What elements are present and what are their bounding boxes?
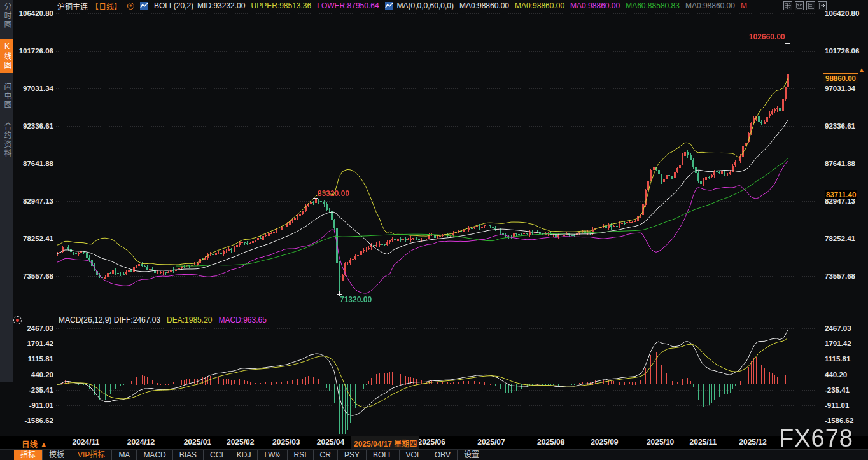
time-tick-2025/07: 2025/07 [477,438,505,447]
axis-label: 440.20 [13,370,53,379]
time-tick-2025/12: 2025/12 [739,438,766,447]
macd-dea-value: DEA:1985.20 [167,316,212,324]
axis-label: 1115.81 [13,354,53,363]
left-sidebar: 分时图K线图闪电图合约资料 [0,0,13,382]
axis-label: 1791.42 [825,339,851,348]
m-indicator: M [741,1,747,10]
axis-label: 87641.88 [13,159,53,168]
period-selector[interactable]: 日线 ▲ [22,438,48,450]
time-tick-2025/02: 2025/02 [227,438,254,447]
toolbar-tab-LW&[interactable]: LW& [258,450,287,460]
swing-low-label: 71320.00 [340,295,372,304]
sidebar-tab-闪电图[interactable]: 闪电图 [0,80,13,112]
time-tick-2025/10: 2025/10 [647,438,674,447]
ma0-value-1: MA0:98860.00 [459,1,509,10]
time-tick-2025/08: 2025/08 [537,438,564,447]
ma-group-label: MA(0,0,0,60,0,0) [397,1,454,10]
fit-horizontal-axis-icon[interactable] [806,1,815,10]
settlement-price-tag: 83711.40 [825,190,857,199]
axis-label: 2467.03 [13,324,53,333]
axis-label: 78252.41 [13,234,53,243]
ma60-value: MA60:88580.83 [626,1,680,10]
toolbar-tab-OBV[interactable]: OBV [428,450,458,460]
fx678-watermark: FX678 [779,425,853,452]
time-tick-2024/12: 2024/12 [127,438,155,447]
axis-label: 87641.88 [825,159,855,168]
axis-label: -235.41 [825,386,850,394]
axis-label: 1791.42 [13,339,53,348]
axis-label: 92336.61 [13,122,53,130]
boll-label: BOLL(20,2) [154,1,193,10]
axis-label: 101726.06 [13,46,53,55]
ma-indicator-icon[interactable] [385,2,393,10]
axis-label: 82947.13 [13,197,53,206]
axis-label: 78252.41 [825,234,855,243]
link-plus-icon[interactable]: + [127,3,134,10]
time-axis-row: 日线 ▲ 2025/04/17 星期四 2024/112024/122025/0… [0,436,868,449]
time-tick-2025/11: 2025/11 [690,438,717,447]
period-badge[interactable]: 【日线】 [91,1,122,11]
sidebar-tab-合约资料[interactable]: 合约资料 [0,120,13,160]
toolbar-tab-CCI[interactable]: CCI [204,450,230,460]
last-price-tag: 98860.00 [823,73,858,83]
price-up-arrow-icon: ▲ [858,66,865,73]
shift-right-icon[interactable] [818,1,827,10]
fit-vertical-axis-icon[interactable] [795,1,804,10]
toolbar-tab-VIP指标[interactable]: VIP指标 [71,450,112,460]
macd-indicator-chart[interactable] [56,324,821,434]
axis-label: 73557.68 [13,272,53,281]
ma0-value-2: MA0:98860.00 [515,1,564,10]
toolbar-tab-KDJ[interactable]: KDJ [230,450,258,460]
time-tick-2025/04: 2025/04 [317,438,344,447]
indicator-toolbar: 指标模板VIP指标MAMACDBIASCCIKDJLW&RSICRPSYBOLL… [0,449,868,460]
toolbar-tab-CR[interactable]: CR [314,450,338,460]
time-tick-2025/03: 2025/03 [272,438,300,447]
toolbar-tab-BIAS[interactable]: BIAS [173,450,204,460]
macd-marker-icon[interactable] [13,316,22,324]
boll-indicator-icon[interactable] [140,2,148,10]
axis-label: -1586.62 [13,416,53,425]
toolbar-tab-MACD[interactable]: MACD [137,450,172,460]
main-price-chart[interactable] [56,11,821,313]
axis-label: -911.01 [13,401,53,410]
toolbar-tab-MA[interactable]: MA [112,450,137,460]
axis-label: 106420.80 [825,9,859,18]
toolbar-tab-设置[interactable]: 设置 [458,450,486,460]
axis-label: 92336.61 [825,122,855,130]
axis-label: 2467.03 [825,324,851,333]
axis-label: 440.20 [825,370,847,379]
axis-label: -1586.62 [825,416,853,425]
macd-name-diff: MACD(26,12,9) DIFF:2467.03 [59,316,160,324]
axis-label: 101726.06 [825,46,859,55]
time-tick-2025/06: 2025/06 [417,438,445,447]
ma0-value-3: MA0:98860.00 [570,1,620,10]
axis-label: 1115.81 [825,354,850,363]
crosshair-date-tag: 2025/04/17 星期四 [351,436,419,450]
axis-label: 73557.68 [825,272,855,281]
session-high-label: 102660.00 [749,32,785,41]
toolbar-tab-RSI[interactable]: RSI [288,450,314,460]
boll-lower-value: LOWER:87950.64 [317,1,379,10]
boll-mid-value: MID:93232.00 [197,1,245,10]
toolbar-tab-PSY[interactable]: PSY [338,450,367,460]
boll-upper-value: UPPER:98513.36 [251,1,311,10]
time-tick-2025/01: 2025/01 [184,438,211,447]
axis-label: 97031.34 [13,84,53,93]
pan-crosshair-icon[interactable] [783,1,792,10]
macd-macd-value: MACD:963.65 [218,316,266,324]
toolbar-tab-指标[interactable]: 指标 [14,450,43,460]
toolbar-tab-BOLL[interactable]: BOLL [367,450,400,460]
sidebar-tab-K线图[interactable]: K线图 [0,39,13,73]
time-tick-2024/11: 2024/11 [73,438,100,447]
indicator-legend-bar: 沪铜主连 【日线】 + BOLL(20,2) MID:93232.00 UPPE… [57,0,747,11]
swing-high-label: 83320.00 [318,189,349,198]
chart-tool-buttons [783,1,827,10]
axis-label: -235.41 [13,386,53,394]
macd-legend-bar: MACD(26,12,9) DIFF:2467.03 DEA:1985.20 M… [59,316,267,324]
toolbar-tab-模板[interactable]: 模板 [43,450,71,460]
axis-label: 97031.34 [825,84,855,93]
kline-chart-window: 分时图K线图闪电图合约资料 沪铜主连 【日线】 + BOLL(20,2) MID… [0,0,868,460]
axis-label: 106420.80 [13,9,53,18]
toolbar-tab-VOL[interactable]: VOL [400,450,428,460]
sidebar-tab-分时图[interactable]: 分时图 [0,0,13,32]
